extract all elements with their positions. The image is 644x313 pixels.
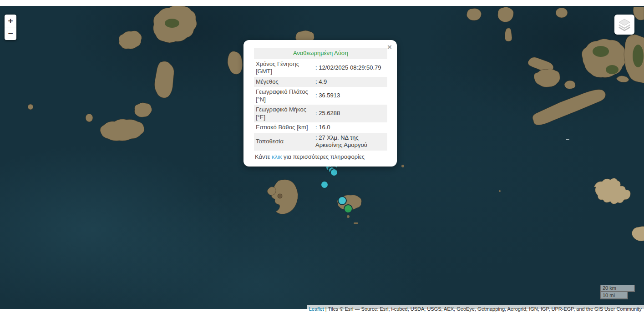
earthquake-marker[interactable] <box>344 205 352 213</box>
footer-text-prefix: Κάντε <box>255 153 272 160</box>
scale-mi: 10 mi <box>600 292 628 299</box>
row-latitude-label: Γεωγραφικό Πλάτος [°N] <box>254 87 314 105</box>
zoom-out-button[interactable]: − <box>5 27 16 40</box>
more-info-link[interactable]: κλικ <box>272 153 282 160</box>
footer-text-suffix: για περισσότερες πληροφορίες <box>282 153 365 160</box>
row-location-value: : 27 Χλμ. ΝΔ της Αρκεσίνης Αμοργού <box>314 133 387 151</box>
zoom-control: + − <box>5 15 16 40</box>
layers-control[interactable] <box>614 15 634 35</box>
earthquake-info-table: Αναθεωρημένη Λύση Χρόνος Γένησης [GMT] :… <box>254 48 387 151</box>
row-magnitude-label: Μέγεθος <box>254 77 314 87</box>
earthquake-marker[interactable] <box>338 197 346 205</box>
row-depth-value: : 16.0 <box>314 122 387 133</box>
row-depth-label: Εστιακό Βάθος [km] <box>254 122 314 133</box>
row-origin-time-label: Χρόνος Γένησης [GMT] <box>254 59 314 77</box>
popup-footer: Κάντε κλικ για περισσότερες πληροφορίες <box>254 151 387 160</box>
row-origin-time-value: : 12/02/2025 08:29:50.79 <box>314 59 387 77</box>
row-latitude-value: : 36.5913 <box>314 87 387 105</box>
leaflet-link[interactable]: Leaflet <box>309 306 324 312</box>
scale-control: 20 km 10 mi <box>600 285 635 299</box>
earthquake-marker[interactable] <box>321 181 328 188</box>
zoom-in-button[interactable]: + <box>5 15 16 27</box>
row-longitude-label: Γεωγραφικό Μήκος [°E] <box>254 105 314 122</box>
page: + − × Αναθεωρημένη Λύση Χρόνος Γένησης [… <box>0 0 644 313</box>
island-shapes-pale <box>594 178 644 241</box>
attribution-bar: Leaflet | Tiles © Esri — Source: Esri, i… <box>307 305 644 313</box>
row-location-label: Τοποθεσία <box>254 133 314 151</box>
attribution-tiles-text: Tiles © Esri — Source: Esri, i-cubed, US… <box>328 306 642 312</box>
row-longitude-value: : 25.6288 <box>314 105 387 122</box>
earthquake-popup: × Αναθεωρημένη Λύση Χρόνος Γένησης [GMT]… <box>243 40 397 167</box>
scale-km: 20 km <box>600 285 635 292</box>
popup-close-button[interactable]: × <box>385 41 394 53</box>
popup-title: Αναθεωρημένη Λύση <box>254 48 387 59</box>
layers-icon <box>618 18 631 31</box>
row-magnitude-value: : 4.9 <box>314 77 387 87</box>
earthquake-marker[interactable] <box>330 169 338 176</box>
